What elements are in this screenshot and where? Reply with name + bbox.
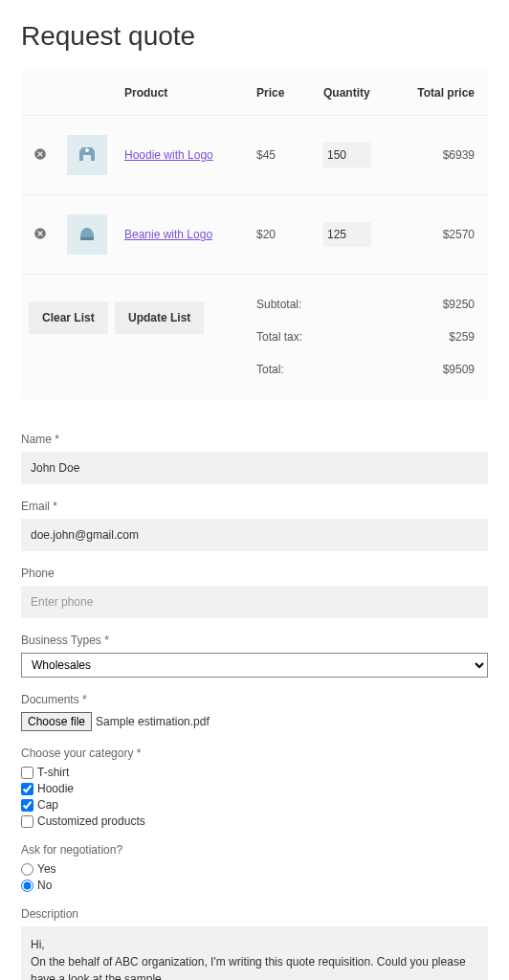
cell-price: $45: [249, 116, 316, 195]
email-field[interactable]: [21, 519, 488, 551]
cell-total: $2570: [392, 195, 488, 275]
category-checkbox-cap[interactable]: [21, 799, 33, 812]
category-checkbox-customized[interactable]: [21, 815, 33, 828]
table-row: Hoodie with Logo $45 $6939: [21, 116, 488, 195]
close-circle-icon: [33, 227, 47, 240]
cell-total: $6939: [392, 116, 488, 195]
negotiation-radio-yes[interactable]: [21, 863, 33, 876]
remove-item-button[interactable]: [33, 146, 48, 162]
category-option-label: Hoodie: [37, 782, 74, 795]
header-product: Product: [117, 71, 249, 116]
file-name: Sample estimation.pdf: [96, 715, 210, 728]
header-price: Price: [249, 71, 316, 116]
business-types-label: Business Types *: [21, 634, 488, 647]
hoodie-icon: [76, 144, 99, 167]
total-label: Total:: [256, 363, 284, 376]
svg-rect-3: [80, 237, 94, 240]
tax-value: $259: [449, 330, 475, 344]
svg-rect-1: [85, 148, 89, 152]
category-option-label: Customized products: [37, 814, 145, 828]
negotiation-radio-no[interactable]: [21, 880, 33, 892]
product-link[interactable]: Beanie with Logo: [124, 228, 212, 241]
name-field[interactable]: [21, 452, 488, 484]
subtotal-value: $9250: [443, 298, 475, 311]
header-quantity: Quantity: [316, 71, 392, 116]
cell-price: $20: [249, 195, 316, 275]
beanie-icon: [76, 223, 99, 246]
total-value: $9509: [443, 363, 475, 376]
category-option-label: T-shirt: [37, 766, 69, 779]
tax-label: Total tax:: [256, 330, 302, 344]
quote-table: Product Price Quantity Total price Hoodi…: [21, 71, 488, 399]
category-option-label: Cap: [37, 798, 58, 812]
product-thumbnail: [67, 135, 107, 175]
page-title: Request quote: [21, 21, 488, 52]
table-row: Beanie with Logo $20 $2570: [21, 195, 488, 275]
remove-item-button[interactable]: [33, 226, 48, 241]
choose-file-button[interactable]: Choose file: [21, 712, 92, 731]
product-link[interactable]: Hoodie with Logo: [124, 148, 213, 162]
business-types-select[interactable]: Wholesales: [21, 653, 488, 678]
category-label: Choose your category *: [21, 746, 488, 760]
quantity-input[interactable]: [323, 222, 371, 247]
subtotal-label: Subtotal:: [256, 298, 301, 311]
category-checkbox-tshirt[interactable]: [21, 767, 33, 779]
category-checkbox-hoodie[interactable]: [21, 783, 33, 795]
quantity-input[interactable]: [323, 143, 371, 167]
update-list-button[interactable]: Update List: [115, 301, 204, 334]
radio-option-label: No: [37, 879, 52, 892]
email-label: Email *: [21, 500, 488, 513]
header-total: Total price: [392, 71, 488, 116]
product-thumbnail: [67, 214, 107, 255]
radio-option-label: Yes: [37, 862, 56, 876]
name-label: Name *: [21, 433, 488, 446]
description-field[interactable]: [21, 926, 488, 980]
clear-list-button[interactable]: Clear List: [29, 301, 108, 334]
close-circle-icon: [33, 147, 47, 161]
phone-label: Phone: [21, 567, 488, 580]
phone-field[interactable]: [21, 586, 488, 618]
description-label: Description: [21, 907, 488, 921]
negotiation-label: Ask for negotiation?: [21, 843, 488, 857]
documents-label: Documents *: [21, 693, 488, 706]
totals-row: Clear List Update List Subtotal: $9250 T…: [21, 275, 488, 400]
